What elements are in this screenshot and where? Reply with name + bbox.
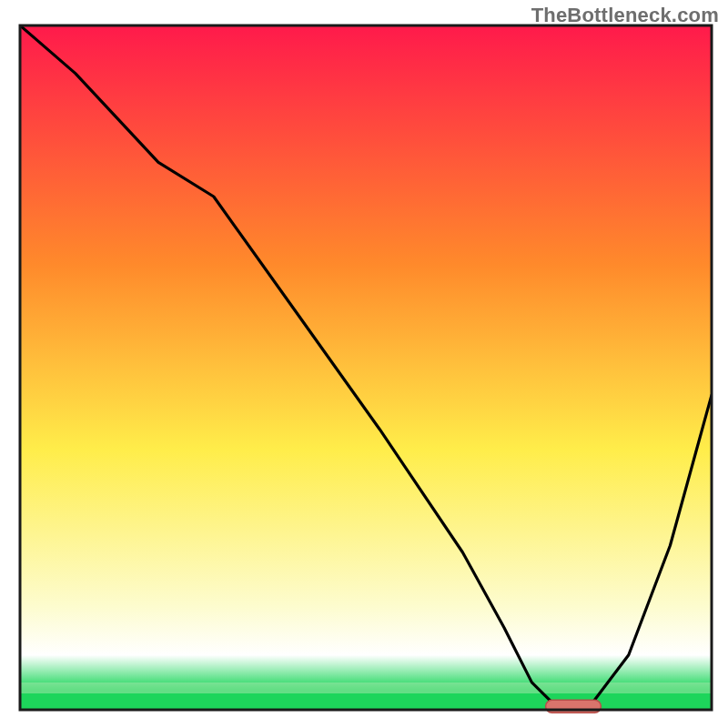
chart-root: TheBottleneck.com: [0, 0, 728, 728]
gradient-background: [20, 25, 712, 710]
bottleneck-chart: [0, 0, 728, 728]
green-strip: [20, 693, 712, 710]
